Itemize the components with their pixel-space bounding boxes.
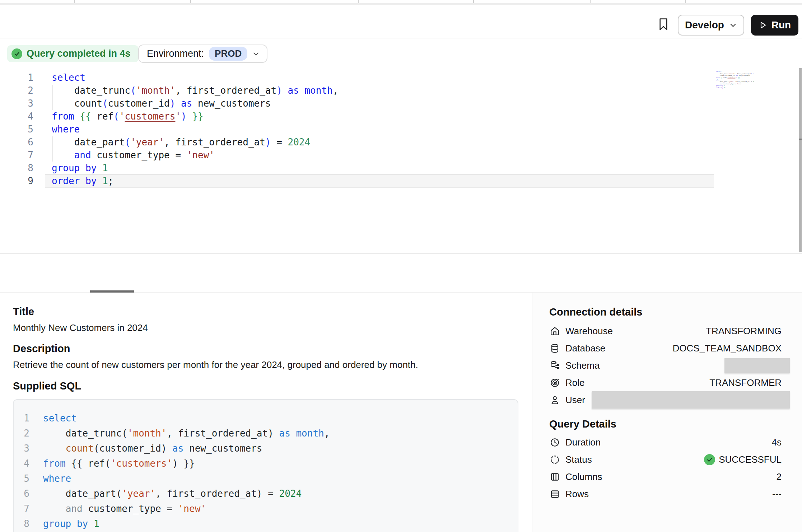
sql-editor[interactable]: 1select2 date_trunc('month', first_order… — [0, 65, 802, 253]
panel-row: DatabaseDOCS_TEAM_SANDBOX — [549, 340, 782, 357]
panel-row: StatusSUCCESSFUL — [549, 451, 782, 468]
panel-row-label: User — [565, 395, 585, 406]
status-icon — [549, 454, 560, 465]
warehouse-icon — [549, 326, 560, 336]
line-number: 4 — [0, 110, 33, 123]
develop-button[interactable]: Develop — [678, 15, 744, 36]
panel-row: Duration4s — [549, 434, 782, 451]
code-line: 7 and customer_type = 'new' — [14, 501, 518, 516]
line-number: 8 — [0, 162, 33, 174]
panel-row-value: SUCCESSFUL — [704, 454, 782, 465]
panel-row-label: Warehouse — [565, 326, 613, 337]
panel-row-label: Database — [565, 343, 605, 354]
title-value: Monthly New Customers in 2024 — [13, 322, 148, 333]
check-circle-icon — [11, 48, 22, 59]
code-line: 5where — [0, 123, 338, 136]
line-number: 1 — [14, 411, 29, 426]
code-line: 3 count(customer_id) as new_customers — [14, 441, 518, 456]
panel-row: User — [549, 391, 782, 409]
bookmark-icon[interactable] — [656, 17, 671, 32]
panel-row: Schema — [549, 357, 782, 374]
panel-row-label: Schema — [565, 360, 600, 371]
query-detail-rows: Duration4sStatusSUCCESSFULColumns2Rows--… — [549, 434, 782, 503]
code-line: 8group by 1 — [14, 516, 518, 531]
editor-code[interactable]: 1select2 date_trunc('month', first_order… — [0, 71, 338, 187]
line-number: 6 — [0, 136, 33, 149]
query-status-badge: Query completed in 4s — [7, 45, 139, 62]
header-toolbar: Develop Run — [0, 5, 802, 38]
chevron-down-icon — [729, 21, 737, 29]
top-tab-strip[interactable] — [0, 0, 802, 3]
connection-rows: WarehouseTRANSFORMINGDatabaseDOCS_TEAM_S… — [549, 322, 782, 409]
line-number: 8 — [14, 516, 29, 531]
editor-minimap[interactable]: 1select2 date_trunc('month', first_order… — [716, 71, 754, 89]
panel-row-value — [724, 358, 782, 373]
description-heading: Description — [13, 343, 70, 355]
details-pane: Title Monthly New Customers in 2024 Desc… — [0, 293, 532, 532]
tab-divider — [358, 0, 359, 3]
environment-value-chip: PROD — [209, 47, 247, 61]
editor-scrollbar[interactable] — [799, 68, 802, 252]
environment-label: Environment: — [147, 48, 204, 59]
line-number: 2 — [0, 84, 33, 97]
run-button[interactable]: Run — [751, 15, 798, 36]
supplied-sql-code: 1select2 date_trunc('month', first_order… — [14, 411, 518, 531]
chevron-down-icon — [252, 50, 260, 57]
environment-selector[interactable]: Environment: PROD — [138, 45, 267, 63]
line-number: 4 — [14, 456, 29, 471]
tab-divider — [473, 0, 474, 3]
line-number: 5 — [0, 123, 33, 136]
panel-row-value — [592, 391, 782, 409]
line-number: 2 — [14, 426, 29, 441]
panel-row: Columns2 — [549, 468, 782, 485]
line-number: 5 — [14, 471, 29, 486]
description-value: Retrieve the count of new customers per … — [13, 359, 418, 370]
duration-icon — [549, 437, 560, 448]
panel-row-value: 4s — [772, 437, 782, 448]
code-line: 5where — [14, 471, 518, 486]
code-line: 9order by 1; — [716, 87, 754, 89]
panel-row-value: DOCS_TEAM_SANDBOX — [673, 343, 782, 354]
code-line: 1select — [14, 411, 518, 426]
panel-row-label: Status — [565, 454, 592, 465]
panel-row-label: Duration — [565, 437, 601, 448]
line-number: 6 — [14, 486, 29, 501]
details-side-panel: Connection details WarehouseTRANSFORMING… — [532, 293, 802, 532]
line-number: 3 — [14, 441, 29, 456]
role-icon — [549, 377, 560, 388]
panel-row-value: TRANSFORMING — [706, 326, 782, 337]
query-ide-window: Develop Run Query completed in 4s Enviro… — [0, 0, 802, 532]
panel-row-value: --- — [772, 489, 782, 500]
minimap-code: 1select2 date_trunc('month', first_order… — [716, 71, 754, 89]
redacted-value — [592, 391, 790, 409]
user-icon — [549, 395, 560, 405]
tab-divider — [590, 0, 591, 3]
line-number: 9 — [0, 174, 33, 187]
supplied-sql-heading: Supplied SQL — [13, 380, 81, 392]
tab-divider — [190, 0, 191, 3]
supplied-sql-block: 1select2 date_trunc('month', first_order… — [13, 399, 518, 532]
line-number: 1 — [0, 71, 33, 84]
code-line: 8group by 1 — [0, 162, 338, 174]
panel-row-value: 2 — [777, 471, 782, 482]
query-status-text: Query completed in 4s — [27, 48, 131, 59]
title-heading: Title — [13, 306, 34, 318]
success-check-icon — [704, 454, 715, 465]
line-number: 7 — [14, 501, 29, 516]
tab-divider — [685, 0, 686, 3]
code-line: 2 date_trunc('month', first_ordered_at) … — [14, 426, 518, 441]
panel-row: Rows--- — [549, 485, 782, 503]
code-line: 9order by 1; — [0, 174, 338, 187]
result-tabs: Data Chart Details — [0, 253, 802, 293]
panel-row-label: Role — [565, 377, 584, 388]
code-line: 4from {{ ref('customers') }} — [0, 110, 338, 123]
panel-row-value: TRANSFORMER — [709, 377, 782, 388]
panel-row-label: Rows — [565, 489, 589, 500]
rows-icon — [549, 489, 560, 499]
redacted-value — [724, 358, 790, 373]
play-icon — [759, 21, 767, 29]
connection-details-heading: Connection details — [549, 306, 782, 318]
run-button-label: Run — [771, 19, 791, 31]
panel-row: WarehouseTRANSFORMING — [549, 322, 782, 340]
database-icon — [549, 343, 560, 354]
